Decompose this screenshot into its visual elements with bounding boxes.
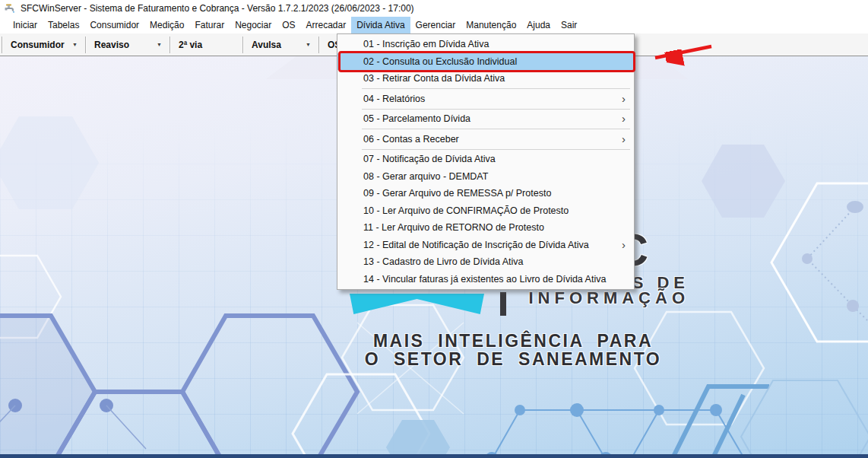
menu-item-label: 01 - Inscrição em Dívida Ativa [363,39,489,49]
toolbar-separator [169,37,171,53]
submenu-arrow-icon: › [622,237,626,254]
submenu-arrow-icon: › [622,91,626,108]
menu-item-03-retirar-conta-da-divida-ativa[interactable]: 03 - Retirar Conta da Dívida Ativa [337,70,634,87]
slogan-line-2: O SETOR DE SANEAMENTO [334,350,692,368]
menu-item-13-cadastro-de-livro-de-divida-ativa[interactable]: 13 - Cadastro de Livro de Dívida Ativa [337,253,634,271]
toolbar-button-label: Avulsa [252,40,281,50]
toolbar-button-label: 2ª via [179,40,202,50]
menubar-item-iniciar[interactable]: Iniciar [8,17,43,33]
window-title: SFCWinServer - Sistema de Faturamento e … [21,3,414,14]
menu-item-14-vincular-faturas-ja-existentes-ao-livro-de-divida-ativa[interactable]: 14 - Vincular faturas já existentes ao L… [337,271,634,288]
menu-item-12-edital-de-notificacao-de-inscricao-de-divida-ativa[interactable]: 12 - Edital de Notificação de Inscrição … [337,237,634,254]
menu-separator [362,109,630,110]
toolbar-separator [85,37,87,53]
toolbar-button-reaviso[interactable]: Reaviso▼ [88,35,168,55]
menu-item-label: 03 - Retirar Conta da Dívida Ativa [363,73,505,84]
menubar-item-divida-ativa[interactable]: Dívida Ativa [351,17,410,33]
menu-item-label: 14 - Vincular faturas já existentes ao L… [363,274,606,285]
menu-separator [362,149,630,150]
menu-item-10-ler-arquivo-de-confirmacao-de-protesto[interactable]: 10 - Ler Arquivo de CONFIRMAÇÃO de Prote… [337,202,634,220]
toolbar-button-label: Reaviso [94,40,129,50]
toolbar-button-label: Consumidor [11,40,65,50]
toolbar-button-consumidor[interactable]: Consumidor▼ [5,35,84,55]
submenu-arrow-icon: › [622,110,626,128]
logo-line-2: INFORMAÇÃO [456,291,689,306]
menu-item-label: 08 - Gerar arquivo - DEMDAT [363,171,488,182]
menubar-item-os[interactable]: OS [277,17,300,33]
menubar-item-tabelas[interactable]: Tabelas [43,17,84,33]
menu-item-label: 06 - Contas a Receber [363,134,459,145]
menu-item-05-parcelamento-divida[interactable]: 05 - Parcelamento Dívida› [337,110,634,128]
submenu-arrow-icon: › [622,131,626,148]
menubar-item-medicao[interactable]: Medição [144,17,189,33]
toolbar-separator [318,37,320,53]
dropdown-arrow-icon: ▼ [157,42,162,47]
menu-item-09-gerar-arquivo-de-remessa-p-protesto[interactable]: 09 - Gerar Arquivo de REMESSA p/ Protest… [337,185,634,202]
menubar-item-ajuda[interactable]: Ajuda [521,17,556,33]
menu-item-label: 04 - Relatórios [363,94,425,104]
menu-item-label: 07 - Notificação de Dívida Ativa [363,154,496,164]
menubar-item-gerenciar[interactable]: Gerenciar [410,17,461,33]
menu-item-label: 13 - Cadastro de Livro de Dívida Ativa [363,256,524,267]
menu-item-label: 02 - Consulta ou Exclusão Individual [363,56,517,67]
menubar-item-arrecadar[interactable]: Arrecadar [301,17,352,33]
menubar-item-negociar[interactable]: Negociar [230,17,277,33]
dropdown-arrow-icon: ▼ [72,42,78,47]
menu-item-06-contas-a-receber[interactable]: 06 - Contas a Receber› [337,131,634,148]
toolbar-button-avulsa[interactable]: Avulsa▼ [246,35,317,55]
menu-item-label: 10 - Ler Arquivo de CONFIRMAÇÃO de Prote… [363,205,569,216]
menubar-item-consumidor[interactable]: Consumidor [84,17,144,33]
menu-separator [362,129,630,129]
menubar-item-manutencao[interactable]: Manutenção [461,17,521,33]
menu-item-07-notificacao-de-divida-ativa[interactable]: 07 - Notificação de Dívida Ativa [337,151,634,168]
menu-item-label: 09 - Gerar Arquivo de REMESSA p/ Protest… [363,188,551,199]
menu-item-08-gerar-arquivo-demdat[interactable]: 08 - Gerar arquivo - DEMDAT [337,168,634,186]
menubar-item-faturar[interactable]: Faturar [189,17,230,33]
slogan-line-1: MAIS INTELIGÊNCIA PARA [334,332,692,350]
menu-item-01-inscricao-em-divida-ativa[interactable]: 01 - Inscrição em Dívida Ativa [337,36,634,53]
menu-separator [362,88,630,89]
toolbar-separator [242,37,244,53]
menu-item-label: 12 - Edital de Notificação de Inscrição … [363,240,589,250]
faucet-icon [4,2,16,14]
menu-item-04-relatorios[interactable]: 04 - Relatórios› [337,91,634,108]
divida-ativa-menu: 01 - Inscrição em Dívida Ativa02 - Consu… [337,33,635,290]
menubar-item-sair[interactable]: Sair [556,17,582,33]
toolbar-button-2-via[interactable]: 2ª via [173,35,241,55]
dropdown-arrow-icon: ▼ [306,42,311,47]
menu-item-11-ler-arquivo-de-retorno-de-protesto[interactable]: 11 - Ler Arquivo de RETORNO de Protesto [337,219,634,237]
menu-item-label: 05 - Parcelamento Dívida [363,113,470,124]
menu-item-label: 11 - Ler Arquivo de RETORNO de Protesto [363,222,544,233]
toolbar-separator [2,37,3,53]
menubar: IniciarTabelasConsumidorMediçãoFaturarNe… [0,17,868,33]
title-bar: SFCWinServer - Sistema de Faturamento e … [0,0,868,17]
menu-item-02-consulta-ou-exclusao-individual[interactable]: 02 - Consulta ou Exclusão Individual [337,53,634,71]
sfc-slogan: MAIS INTELIGÊNCIA PARA O SETOR DE SANEAM… [334,332,692,368]
